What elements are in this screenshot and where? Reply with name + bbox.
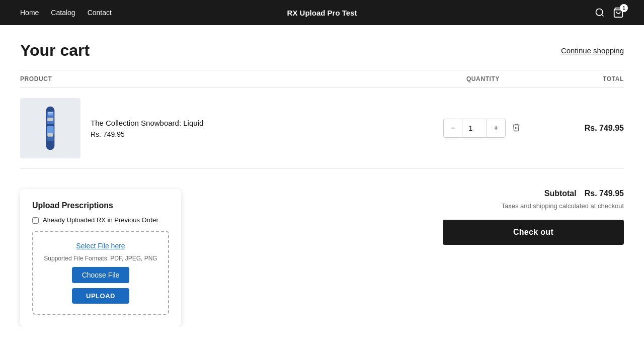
supported-formats: Supported File Formats: PDF, JPEG, PNG	[44, 255, 157, 262]
page-content: Your cart Continue shopping PRODUCT QUAN…	[0, 25, 644, 327]
product-total: Rs. 749.95	[533, 124, 624, 133]
upload-card-title: Upload Prescriptions	[32, 201, 169, 210]
product-name: The Collection Snowboard: Liquid	[91, 119, 203, 127]
cart-badge: 1	[620, 4, 628, 12]
search-icon	[595, 8, 605, 18]
upload-button[interactable]: UPLOAD	[72, 288, 129, 304]
svg-line-1	[602, 15, 604, 17]
nav-links: Home Catalog Contact	[20, 9, 112, 17]
subtotal-value: Rs. 749.95	[585, 189, 624, 198]
page-title: Your cart	[20, 41, 90, 60]
nav-contact[interactable]: Contact	[88, 9, 112, 17]
svg-rect-6	[47, 137, 53, 141]
choose-file-button[interactable]: Choose File	[72, 267, 130, 283]
svg-rect-8	[47, 133, 53, 137]
search-button[interactable]	[595, 8, 605, 18]
cart-header-row: Your cart Continue shopping	[20, 25, 624, 70]
total-column-header: TOTAL	[533, 75, 624, 82]
checkout-button[interactable]: Check out	[443, 220, 624, 245]
subtotal-section: Subtotal Rs. 749.95 Taxes and shipping c…	[201, 189, 624, 327]
nav-brand: RX Upload Pro Test	[287, 9, 357, 17]
nav-catalog[interactable]: Catalog	[51, 9, 75, 17]
nav-home[interactable]: Home	[20, 9, 39, 17]
decrease-quantity-button[interactable]: −	[444, 119, 462, 137]
svg-point-0	[596, 9, 603, 16]
product-info: The Collection Snowboard: Liquid Rs. 749…	[20, 98, 433, 158]
product-details: The Collection Snowboard: Liquid Rs. 749…	[91, 119, 203, 138]
product-thumbnail	[35, 103, 65, 153]
already-uploaded-checkbox[interactable]	[32, 217, 39, 224]
file-upload-zone: Select File here Supported File Formats:…	[32, 231, 169, 315]
subtotal-row: Subtotal Rs. 749.95	[544, 189, 624, 198]
table-header: PRODUCT QUANTITY TOTAL	[20, 70, 624, 88]
upload-prescriptions-card: Upload Prescriptions Already Uploaded RX…	[20, 189, 181, 327]
svg-rect-7	[47, 118, 53, 121]
quantity-input[interactable]	[462, 119, 487, 137]
nav-icons: 1	[595, 7, 624, 18]
product-column-header: PRODUCT	[20, 75, 433, 82]
table-row: The Collection Snowboard: Liquid Rs. 749…	[20, 88, 624, 169]
bottom-section: Upload Prescriptions Already Uploaded RX…	[20, 189, 624, 327]
quantity-column-header: QUANTITY	[433, 75, 533, 82]
increase-quantity-button[interactable]: +	[487, 119, 505, 137]
navbar: Home Catalog Contact RX Upload Pro Test …	[0, 0, 644, 25]
delete-item-button[interactable]	[510, 121, 523, 136]
subtotal-label: Subtotal	[544, 189, 577, 198]
product-price: Rs. 749.95	[91, 130, 203, 138]
taxes-note: Taxes and shipping calculated at checkou…	[501, 202, 624, 210]
continue-shopping-link[interactable]: Continue shopping	[561, 46, 624, 55]
quantity-controls: − +	[443, 119, 506, 138]
quantity-cell: − +	[433, 119, 533, 138]
product-image	[20, 98, 80, 158]
cart-button[interactable]: 1	[613, 7, 624, 18]
already-uploaded-label[interactable]: Already Uploaded RX in Previous Order	[43, 216, 158, 224]
svg-rect-10	[48, 115, 53, 116]
trash-icon	[512, 123, 521, 132]
svg-rect-9	[48, 112, 53, 114]
select-file-text[interactable]: Select File here	[76, 242, 125, 250]
already-uploaded-row: Already Uploaded RX in Previous Order	[32, 216, 169, 224]
